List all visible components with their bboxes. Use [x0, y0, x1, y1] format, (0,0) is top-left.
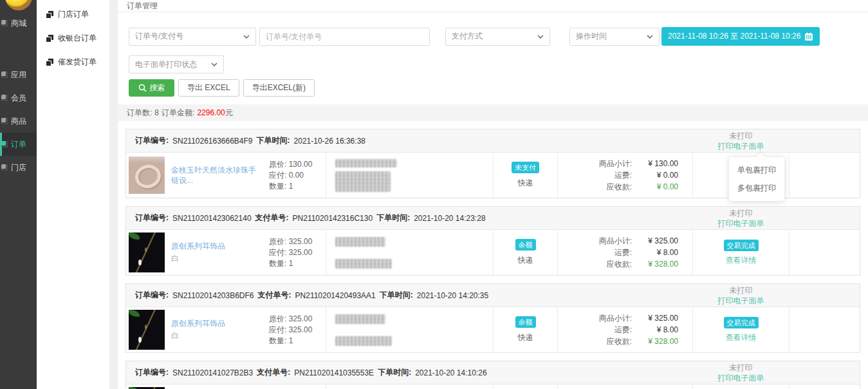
- price-payable: 应付: 325.00: [269, 247, 312, 258]
- buyer-cell: [326, 384, 493, 389]
- redacted-buyer-phone: [335, 171, 391, 192]
- sidebar-item[interactable]: 会员: [0, 86, 37, 109]
- pay-no-label: 支付单号:: [255, 213, 289, 222]
- order-time-value: 2021-10-20 14:23:28: [414, 214, 485, 223]
- submenu-item[interactable]: 催发货订单: [37, 50, 109, 74]
- order-no-input[interactable]: [259, 28, 430, 46]
- search-button-label: 搜索: [150, 82, 165, 93]
- totals-cell: 商品小计:¥ 325.00 运费:¥ 8.00 应收款:¥ 328.00: [557, 230, 692, 275]
- date-range-button[interactable]: 2021-11-08 10:26 至 2021-11-08 10:26: [661, 27, 820, 46]
- status-cell: 余额 快递: [493, 384, 557, 389]
- product-cell: 金枝玉叶天然淡水珍珠手链设... 原价: 130.00 应付: 0.00 数量:…: [126, 153, 326, 198]
- product-cell: 原创系列耳饰品 白 原价: 325.00 应付: 325.00 数量: 1: [126, 307, 326, 352]
- price-payable: 应付: 0.00: [269, 170, 312, 181]
- order-card: 订单编号: SN211020141027B2B3 支付单号: PN2110201…: [125, 361, 860, 389]
- product-variant: 白: [171, 330, 261, 341]
- order-amount-value: 2296.00: [197, 108, 225, 117]
- export-excel-new-button[interactable]: 导出EXCEL(新): [243, 79, 315, 97]
- pay-method-select[interactable]: 支付方式: [445, 28, 550, 46]
- print-waybill-link[interactable]: 打印电子面单: [691, 218, 791, 229]
- redacted-buyer-phone: [335, 259, 392, 269]
- product-thumbnail[interactable]: [129, 310, 165, 350]
- primary-nav: 商城 应用 会员 商品 订单: [0, 12, 37, 179]
- order-no-value: SN211020141027B2B3: [172, 368, 253, 377]
- shipping-label: 运费:: [614, 247, 632, 258]
- print-status-text: 未打印: [691, 208, 791, 218]
- product-thumbnail[interactable]: [129, 232, 165, 272]
- buyer-cell: [326, 153, 493, 198]
- order-count-label: 订单数:: [127, 108, 152, 119]
- empty-cell: [789, 153, 860, 198]
- time-type-select[interactable]: 操作时间: [569, 28, 660, 46]
- print-status-text: 未打印: [691, 285, 791, 296]
- print-state-value: 电子面单打印状态: [135, 59, 197, 70]
- price-original: 原价: 325.00: [269, 314, 312, 325]
- amount-due-label: 应收款:: [607, 336, 632, 347]
- view-detail-link[interactable]: 查看详情: [726, 332, 757, 343]
- order-time-label: 下单时间:: [380, 290, 413, 299]
- order-time-label: 下单时间:: [257, 136, 290, 145]
- product-name-link[interactable]: 原创系列耳饰品: [171, 241, 261, 251]
- submenu-item[interactable]: 收银台订单: [37, 26, 109, 50]
- product-name-link[interactable]: 原创系列耳饰品: [171, 318, 261, 328]
- pay-no-value: PN211020142316C130: [293, 214, 373, 223]
- print-popup-item[interactable]: 多包裹打印: [729, 179, 784, 197]
- order-no-value: SN211026163666B4F9: [172, 137, 253, 146]
- print-status-text: 未打印: [691, 131, 791, 141]
- calendar-icon: [804, 32, 813, 41]
- redacted-buyer-name: [335, 314, 385, 324]
- time-type-value: 操作时间: [576, 31, 607, 42]
- submenu-item[interactable]: 门店订单: [37, 3, 109, 26]
- search-button[interactable]: 搜索: [129, 79, 174, 97]
- order-no-label: 订单编号:: [135, 290, 169, 299]
- redacted-buyer-name: [335, 237, 385, 247]
- print-waybill-link[interactable]: 打印电子面单: [691, 373, 791, 383]
- sidebar-item[interactable]: 门店: [0, 156, 37, 179]
- order-no-type-select[interactable]: 订单号/支付号: [129, 28, 256, 46]
- order-card-body: 原创系列耳饰品 白 原价: 325.00 应付: 325.00 数量: 1: [126, 230, 860, 275]
- delivery-method: 快递: [518, 332, 533, 343]
- pay-no-label: 支付单号:: [258, 290, 291, 299]
- sidebar-item[interactable]: 商品: [0, 109, 37, 133]
- date-range-value: 2021-11-08 10:26 至 2021-11-08 10:26: [668, 31, 800, 42]
- empty-cell: [789, 230, 860, 275]
- print-popup-item[interactable]: 单包裹打印: [729, 161, 784, 179]
- status-cell: 余额 快递: [493, 307, 557, 352]
- quantity: 数量: 1: [269, 258, 312, 269]
- order-amount-unit: 元: [225, 108, 233, 119]
- sidebar-item-label: 门店: [11, 162, 26, 173]
- app-logo[interactable]: [5, 0, 32, 10]
- filter-bar: 订单号/支付号 支付方式 操作时间 2021-11-08 10:26 至 202…: [118, 27, 868, 97]
- sidebar-item-label: 商品: [11, 116, 26, 127]
- subtotal-label: 商品小计:: [599, 312, 632, 324]
- order-card-header: 订单编号: SN211020141027B2B3 支付单号: PN2110201…: [126, 361, 860, 384]
- print-waybill-link[interactable]: 打印电子面单: [691, 141, 791, 151]
- pay-no-value: PN211020141035553E: [294, 368, 374, 377]
- sidebar-item[interactable]: 应用: [0, 63, 37, 86]
- sidebar-item[interactable]: 商城: [0, 12, 37, 35]
- product-prices: 原价: 325.00 应付: 325.00 数量: 1: [269, 236, 312, 269]
- order-amount-label: 订单金额:: [162, 108, 194, 119]
- order-no-label: 订单编号:: [135, 213, 169, 222]
- order-time-value: 2021-10-20 14:10:26: [415, 368, 486, 377]
- product-prices: 原价: 325.00 应付: 325.00 数量: 1: [269, 314, 312, 346]
- print-block: 未打印 打印电子面单: [691, 131, 791, 151]
- action-cell: 交易完成 查看详情: [692, 307, 789, 352]
- print-waybill-link[interactable]: 打印电子面单: [691, 296, 791, 306]
- quantity: 数量: 1: [269, 181, 312, 192]
- product-thumbnail[interactable]: [129, 157, 165, 194]
- subtotal-value: ¥ 130.00: [632, 158, 678, 169]
- print-state-select[interactable]: 电子面单打印状态: [129, 55, 224, 73]
- order-card: 订单编号: SN21102014203B6DF6 支付单号: PN2110201…: [125, 283, 860, 353]
- product-name-link[interactable]: 金枝玉叶天然淡水珍珠手链设...: [171, 165, 261, 185]
- sidebar-item[interactable]: 订单: [0, 133, 37, 156]
- buyer-cell: [326, 230, 493, 275]
- quantity: 数量: 1: [269, 336, 312, 346]
- status-cell: 余额 快递: [493, 230, 557, 275]
- order-time-label: 下单时间:: [376, 213, 410, 222]
- export-excel-button[interactable]: 导出 EXCEL: [178, 79, 239, 97]
- shipping-value: ¥ 0.00: [632, 169, 678, 181]
- view-detail-link[interactable]: 查看详情: [726, 255, 757, 266]
- redacted-buyer-name: [335, 159, 397, 167]
- order-no-label: 订单编号:: [135, 368, 169, 377]
